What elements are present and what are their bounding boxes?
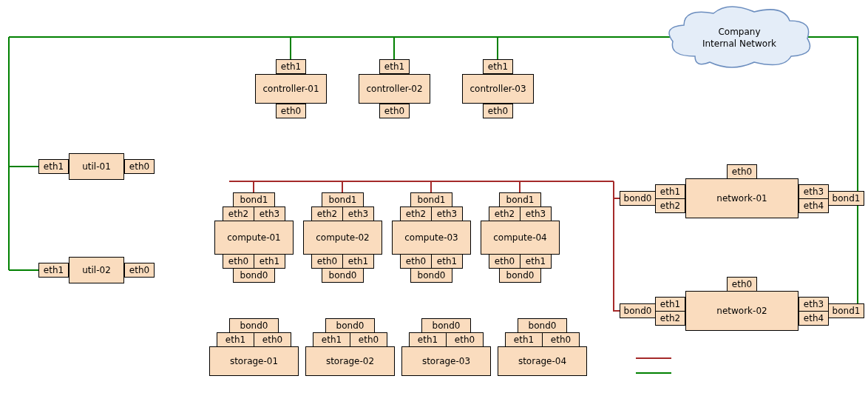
compute-04-bond1: bond1 bbox=[499, 192, 541, 207]
controller-02-eth1: eth1 bbox=[379, 59, 410, 74]
storage-01-eth0: eth0 bbox=[254, 332, 291, 347]
util-02-eth0: eth0 bbox=[124, 263, 155, 278]
compute-02-eth1: eth1 bbox=[342, 254, 374, 269]
storage-02-eth1: eth1 bbox=[313, 332, 350, 347]
network-02: network-02 bbox=[685, 291, 799, 331]
network-01-eth1: eth1 bbox=[655, 184, 685, 199]
network-01: network-01 bbox=[685, 178, 799, 218]
legend-red-line bbox=[636, 357, 671, 359]
compute-02-eth2: eth2 bbox=[311, 206, 343, 221]
network-02-eth2: eth2 bbox=[655, 311, 685, 326]
compute-02-eth0: eth0 bbox=[311, 254, 343, 269]
controller-01: controller-01 bbox=[255, 74, 327, 104]
compute-02: compute-02 bbox=[303, 221, 382, 255]
util-02: util-02 bbox=[69, 257, 124, 283]
controller-01-eth1: eth1 bbox=[276, 59, 306, 74]
compute-01-eth0: eth0 bbox=[223, 254, 254, 269]
compute-03-eth3: eth3 bbox=[431, 206, 463, 221]
storage-04-eth0: eth0 bbox=[542, 332, 580, 347]
util-02-eth1: eth1 bbox=[38, 263, 69, 278]
network-01-eth4: eth4 bbox=[799, 198, 829, 213]
cloud-company-internal-network: Company Internal Network bbox=[665, 4, 813, 73]
controller-03-eth1: eth1 bbox=[483, 59, 513, 74]
network-01-eth2: eth2 bbox=[655, 198, 685, 213]
network-02-eth4: eth4 bbox=[799, 311, 829, 326]
compute-01-bond0: bond0 bbox=[233, 268, 275, 283]
storage-03-bond0: bond0 bbox=[421, 318, 471, 333]
storage-01: storage-01 bbox=[209, 346, 299, 376]
controller-01-eth0: eth0 bbox=[276, 104, 306, 118]
network-01-bond1: bond1 bbox=[828, 191, 864, 206]
storage-03-eth0: eth0 bbox=[446, 332, 484, 347]
storage-04-bond0: bond0 bbox=[518, 318, 567, 333]
compute-03-eth2: eth2 bbox=[400, 206, 432, 221]
storage-03-eth1: eth1 bbox=[409, 332, 447, 347]
storage-01-eth1: eth1 bbox=[217, 332, 254, 347]
compute-03-eth1: eth1 bbox=[431, 254, 463, 269]
storage-01-bond0: bond0 bbox=[229, 318, 279, 333]
storage-02-eth0: eth0 bbox=[350, 332, 387, 347]
network-02-bond1: bond1 bbox=[828, 303, 864, 318]
util-01-eth0: eth0 bbox=[124, 159, 155, 174]
compute-03-bond0: bond0 bbox=[410, 268, 452, 283]
network-02-bond0: bond0 bbox=[620, 303, 656, 318]
compute-01-eth1: eth1 bbox=[254, 254, 285, 269]
compute-01-bond1: bond1 bbox=[233, 192, 275, 207]
compute-04-eth1: eth1 bbox=[520, 254, 552, 269]
storage-02: storage-02 bbox=[305, 346, 395, 376]
network-02-eth0: eth0 bbox=[727, 277, 757, 292]
controller-03-eth0: eth0 bbox=[483, 104, 513, 118]
network-02-eth3: eth3 bbox=[799, 297, 829, 312]
storage-03: storage-03 bbox=[401, 346, 491, 376]
compute-04: compute-04 bbox=[481, 221, 560, 255]
network-01-eth0: eth0 bbox=[727, 164, 757, 179]
compute-04-eth2: eth2 bbox=[489, 206, 521, 221]
storage-02-bond0: bond0 bbox=[325, 318, 375, 333]
compute-04-eth0: eth0 bbox=[489, 254, 521, 269]
compute-03-eth0: eth0 bbox=[400, 254, 432, 269]
util-01-eth1: eth1 bbox=[38, 159, 69, 174]
storage-04-eth1: eth1 bbox=[505, 332, 543, 347]
compute-04-eth3: eth3 bbox=[520, 206, 552, 221]
compute-01-eth3: eth3 bbox=[254, 206, 285, 221]
network-01-bond0: bond0 bbox=[620, 191, 656, 206]
controller-03: controller-03 bbox=[462, 74, 534, 104]
compute-02-bond1: bond1 bbox=[322, 192, 364, 207]
compute-03-bond1: bond1 bbox=[410, 192, 452, 207]
compute-03: compute-03 bbox=[392, 221, 471, 255]
controller-02-eth0: eth0 bbox=[379, 104, 410, 118]
compute-01-eth2: eth2 bbox=[223, 206, 254, 221]
compute-04-bond0: bond0 bbox=[499, 268, 541, 283]
legend-green-line bbox=[636, 372, 671, 374]
network-01-eth3: eth3 bbox=[799, 184, 829, 199]
cloud-label-line2: Internal Network bbox=[702, 38, 776, 49]
storage-04: storage-04 bbox=[498, 346, 587, 376]
compute-02-bond0: bond0 bbox=[322, 268, 364, 283]
util-01: util-01 bbox=[69, 153, 124, 180]
network-02-eth1: eth1 bbox=[655, 297, 685, 312]
compute-02-eth3: eth3 bbox=[342, 206, 374, 221]
compute-01: compute-01 bbox=[214, 221, 294, 255]
controller-02: controller-02 bbox=[359, 74, 430, 104]
cloud-label-line1: Company bbox=[718, 27, 760, 37]
